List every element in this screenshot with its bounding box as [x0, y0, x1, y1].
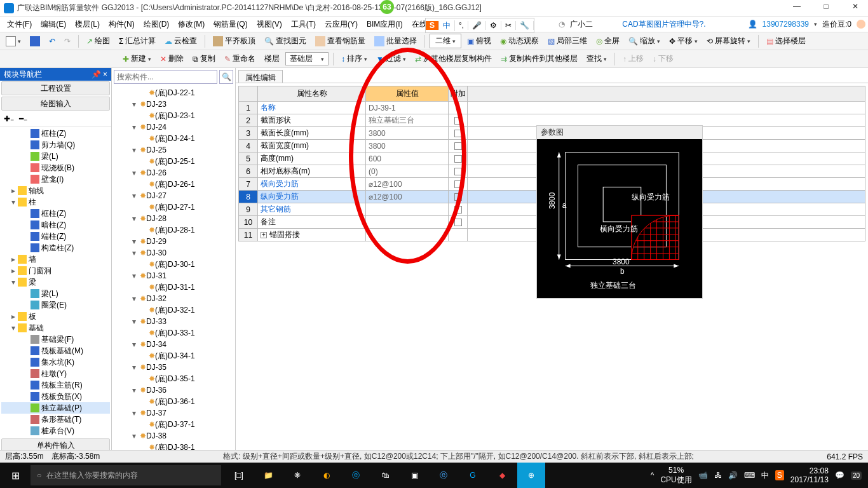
user-phone[interactable]: 13907298339 [763, 20, 809, 29]
close-button[interactable]: ✕ [846, 2, 864, 15]
ime-toolbar[interactable]: S 中 °, 🎤 ⚙ ✂ 🔧 [425, 18, 534, 33]
move-up-button[interactable]: ↑ 上移 [620, 52, 647, 65]
dyn-view-button[interactable]: ◉动态观察 [497, 34, 542, 48]
folder-icon[interactable]: 📁 [254, 463, 282, 488]
tree-item[interactable]: 梁(L) [1, 288, 110, 299]
tray-up-icon[interactable]: ^ [651, 471, 654, 480]
menu-item[interactable]: 构件(N) [104, 20, 139, 29]
start-button[interactable]: ⊞ [0, 470, 31, 482]
copy-button[interactable]: ⧉复制 [189, 52, 219, 65]
filter-button[interactable]: ▼过滤▾ [373, 52, 409, 65]
flat-button[interactable]: 平齐板顶 [210, 34, 259, 48]
component-item[interactable]: ✸ (底)DJ-26-1 [113, 179, 234, 190]
component-item[interactable]: ▾✸ DJ-27 [113, 190, 234, 201]
tree-item[interactable]: ▾梁 [1, 276, 110, 288]
tree-item[interactable]: 承台梁(F) [1, 437, 110, 438]
component-item[interactable]: ✸ (底)DJ-35-1 [113, 373, 234, 384]
tree-item[interactable]: 集水坑(K) [1, 356, 110, 368]
pan-button[interactable]: ✥平移▾ [666, 34, 701, 48]
tree-item[interactable]: 条形基础(T) [1, 414, 110, 425]
tree-item[interactable]: 柱墩(Y) [1, 368, 110, 379]
component-item[interactable]: ▾✸ DJ-23 [113, 98, 234, 110]
new-component-button[interactable]: ✚新建▾ [119, 52, 154, 65]
zoom-button[interactable]: 🔍缩放▾ [625, 34, 663, 48]
search-button[interactable]: 查找▾ [583, 52, 610, 65]
app-swirl-icon[interactable]: ❋ [283, 463, 311, 488]
tray-lang[interactable]: 中 [761, 470, 769, 481]
component-item[interactable]: ▾✸ DJ-29 [113, 236, 234, 247]
tree-item[interactable]: 构造柱(Z) [1, 242, 110, 254]
local-3d-button[interactable]: ▧局部三维 [545, 34, 590, 48]
nav-btn-draw[interactable]: 绘图输入 [1, 97, 110, 111]
find-button[interactable]: 🔍查找图元 [261, 34, 309, 48]
menu-item[interactable]: 工具(T) [287, 20, 320, 29]
batch-button[interactable]: 批量选择 [371, 34, 420, 48]
component-item[interactable]: ▾✸ DJ-34 [113, 339, 234, 350]
tree-item[interactable]: 筏板负筋(X) [1, 391, 110, 402]
avatar-icon[interactable]: ◔ [559, 20, 565, 29]
task-view-icon[interactable]: [□] [225, 463, 253, 488]
move-down-button[interactable]: ↓ 下移 [649, 52, 677, 65]
tree-item[interactable]: 梁(L) [1, 151, 110, 162]
copy-from-button[interactable]: ⇄从其他楼层复制构件 [412, 52, 495, 65]
user-dropdown-icon[interactable]: ▾ [814, 21, 817, 27]
app-dark-icon[interactable]: ▣ [400, 463, 428, 488]
top-view-button[interactable]: ▣俯视 [464, 34, 494, 48]
app-red-icon[interactable]: ◆ [488, 463, 516, 488]
component-item[interactable]: ✸ (底)DJ-33-1 [113, 327, 234, 339]
menu-item[interactable]: 绘图(D) [139, 20, 174, 29]
undo-icon[interactable]: ↶ [46, 36, 58, 47]
delete-button[interactable]: ✕删除 [157, 52, 187, 65]
notification-badge[interactable]: 63 [380, 0, 394, 14]
tray-network-icon[interactable]: 🖧 [714, 471, 722, 480]
component-tree[interactable]: ✸ (底)DJ-22-1▾✸ DJ-23✸ (底)DJ-23-1▾✸ DJ-24… [112, 86, 235, 468]
nav-tree[interactable]: 框柱(Z)剪力墙(Q)梁(L)现浇板(B)壁龛(I)▸轴线▾柱框柱(Z)暗柱(Z… [0, 126, 111, 438]
ime-clip-icon[interactable]: ✂ [501, 21, 516, 30]
component-item[interactable]: ▾✸ DJ-26 [113, 167, 234, 179]
tray-keyboard-icon[interactable]: ⌨ [744, 471, 755, 480]
menu-item[interactable]: 编辑(E) [36, 20, 71, 29]
component-item[interactable]: ▾✸ DJ-32 [113, 293, 234, 304]
ime-s-icon[interactable]: S [426, 21, 439, 30]
rename-button[interactable]: ✎重命名 [221, 52, 259, 65]
tree-item[interactable]: ▸门窗洞 [1, 265, 110, 276]
menu-item[interactable]: BIM应用(I) [362, 20, 407, 29]
nav-btn-project[interactable]: 工程设置 [1, 81, 110, 95]
tree-item[interactable]: 暗柱(Z) [1, 219, 110, 231]
component-item[interactable]: ▾✸ DJ-33 [113, 316, 234, 327]
tree-item[interactable]: 筏板主筋(R) [1, 379, 110, 391]
menu-item[interactable]: 楼层(L) [71, 20, 104, 29]
fullscreen-button[interactable]: ◎全屏 [593, 34, 623, 48]
property-tab[interactable]: 属性编辑 [238, 70, 283, 83]
ime-punct[interactable]: °, [455, 21, 468, 30]
component-item[interactable]: ✸ (底)DJ-30-1 [113, 259, 234, 270]
component-item[interactable]: ✸ (底)DJ-25-1 [113, 156, 234, 167]
tree-item[interactable]: ▸板 [1, 311, 110, 322]
component-item[interactable]: ✸ (底)DJ-32-1 [113, 304, 234, 316]
tray-ime-icon[interactable]: S [775, 470, 784, 480]
app-g-icon[interactable]: G [459, 463, 487, 488]
menu-item[interactable]: 视图(V) [252, 20, 287, 29]
tree-item[interactable]: ▾柱 [1, 196, 110, 208]
component-item[interactable]: ✸ (底)DJ-37-1 [113, 419, 234, 430]
rotate-button[interactable]: ⟲屏幕旋转▾ [703, 34, 754, 48]
taskbar-search[interactable]: ○ 在这里输入你要搜索的内容 [31, 465, 221, 485]
dim-button[interactable]: 二维▾ [430, 34, 461, 48]
property-row[interactable]: 1名称DJ-39-1 [238, 102, 865, 114]
component-item[interactable]: ✸ (底)DJ-28-1 [113, 224, 234, 236]
menu-item[interactable]: 云应用(Y) [320, 20, 362, 29]
tree-item[interactable]: 独立基础(P) [1, 402, 110, 414]
component-item[interactable]: ✸ (底)DJ-31-1 [113, 281, 234, 293]
copy-to-button[interactable]: ⇉复制构件到其他楼层 [498, 52, 581, 65]
tree-item[interactable]: ▾基础 [1, 322, 110, 334]
ime-gear-icon[interactable]: ⚙ [486, 21, 501, 30]
tray-volume-icon[interactable]: 🔊 [728, 471, 738, 480]
action-center-icon[interactable]: 💬 [835, 471, 844, 480]
component-item[interactable]: ▾✸ DJ-30 [113, 247, 234, 259]
menu-item[interactable]: 文件(F) [3, 20, 36, 29]
maximize-button[interactable]: □ [817, 2, 835, 15]
new-file-icon[interactable]: ▾ [3, 35, 24, 48]
nav-pin-icon[interactable]: 📌 × [92, 70, 107, 79]
component-item[interactable]: ▾✸ DJ-31 [113, 270, 234, 281]
menu-item[interactable]: 修改(M) [173, 20, 209, 29]
